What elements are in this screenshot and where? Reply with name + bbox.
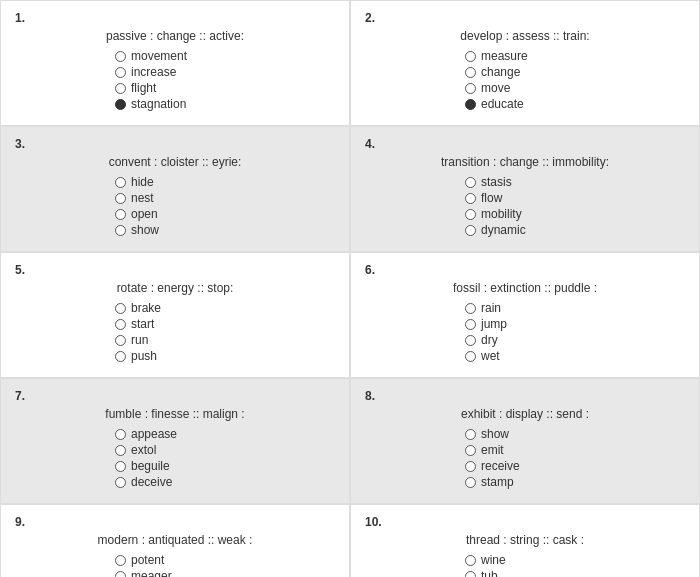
question-cell-7: 7.fumble : finesse :: malign :appeaseext… xyxy=(0,378,350,504)
option-label: nest xyxy=(131,191,154,205)
option-1-4[interactable]: stagnation xyxy=(115,97,235,111)
radio-circle xyxy=(115,571,126,578)
option-label: appease xyxy=(131,427,177,441)
question-cell-9: 9.modern : antiquated :: weak :potentmea… xyxy=(0,504,350,577)
radio-circle xyxy=(465,225,476,236)
question-number-10: 10. xyxy=(365,515,382,529)
question-number-1: 1. xyxy=(15,11,25,25)
question-number-3: 3. xyxy=(15,137,25,151)
option-6-2[interactable]: jump xyxy=(465,317,585,331)
option-4-4[interactable]: dynamic xyxy=(465,223,585,237)
options-4: stasisflowmobilitydynamic xyxy=(465,175,585,237)
radio-circle xyxy=(465,571,476,578)
option-1-2[interactable]: increase xyxy=(115,65,235,79)
option-10-1[interactable]: wine xyxy=(465,553,585,567)
option-label: flight xyxy=(131,81,156,95)
options-9: potentmeagerbondlanguid xyxy=(115,553,235,577)
options-7: appeaseextolbeguiledeceive xyxy=(115,427,235,489)
option-5-1[interactable]: brake xyxy=(115,301,235,315)
option-label: push xyxy=(131,349,157,363)
option-2-4[interactable]: educate xyxy=(465,97,585,111)
option-label: show xyxy=(131,223,159,237)
radio-circle xyxy=(115,335,126,346)
option-3-3[interactable]: open xyxy=(115,207,235,221)
radio-circle xyxy=(465,461,476,472)
option-6-3[interactable]: dry xyxy=(465,333,585,347)
question-number-4: 4. xyxy=(365,137,375,151)
radio-circle xyxy=(115,225,126,236)
option-label: wet xyxy=(481,349,500,363)
option-7-3[interactable]: beguile xyxy=(115,459,235,473)
option-label: dry xyxy=(481,333,498,347)
radio-circle xyxy=(115,193,126,204)
option-8-2[interactable]: emit xyxy=(465,443,585,457)
option-label: measure xyxy=(481,49,528,63)
option-9-2[interactable]: meager xyxy=(115,569,235,577)
option-5-2[interactable]: start xyxy=(115,317,235,331)
option-7-4[interactable]: deceive xyxy=(115,475,235,489)
radio-circle xyxy=(115,555,126,566)
question-cell-6: 6.fossil : extinction :: puddle :rainjum… xyxy=(350,252,700,378)
option-9-1[interactable]: potent xyxy=(115,553,235,567)
option-label: run xyxy=(131,333,148,347)
option-2-2[interactable]: change xyxy=(465,65,585,79)
option-10-2[interactable]: tub xyxy=(465,569,585,577)
option-5-3[interactable]: run xyxy=(115,333,235,347)
option-label: movement xyxy=(131,49,187,63)
options-2: measurechangemoveeducate xyxy=(465,49,585,111)
option-6-1[interactable]: rain xyxy=(465,301,585,315)
option-3-1[interactable]: hide xyxy=(115,175,235,189)
option-2-1[interactable]: measure xyxy=(465,49,585,63)
option-label: change xyxy=(481,65,520,79)
option-label: meager xyxy=(131,569,172,577)
option-label: start xyxy=(131,317,154,331)
question-number-5: 5. xyxy=(15,263,25,277)
option-label: stagnation xyxy=(131,97,186,111)
question-text-1: passive : change :: active: xyxy=(106,29,244,43)
radio-circle xyxy=(115,429,126,440)
radio-circle xyxy=(115,461,126,472)
question-text-5: rotate : energy :: stop: xyxy=(117,281,234,295)
option-4-1[interactable]: stasis xyxy=(465,175,585,189)
option-label: show xyxy=(481,427,509,441)
question-text-4: transition : change :: immobility: xyxy=(441,155,609,169)
option-5-4[interactable]: push xyxy=(115,349,235,363)
option-8-4[interactable]: stamp xyxy=(465,475,585,489)
option-8-3[interactable]: receive xyxy=(465,459,585,473)
question-text-2: develop : assess :: train: xyxy=(460,29,589,43)
option-label: flow xyxy=(481,191,502,205)
question-number-6: 6. xyxy=(365,263,375,277)
option-4-3[interactable]: mobility xyxy=(465,207,585,221)
option-1-1[interactable]: movement xyxy=(115,49,235,63)
radio-circle xyxy=(465,83,476,94)
options-6: rainjumpdrywet xyxy=(465,301,585,363)
options-10: winetubbarrelparty xyxy=(465,553,585,577)
option-label: open xyxy=(131,207,158,221)
option-label: dynamic xyxy=(481,223,526,237)
radio-circle xyxy=(465,335,476,346)
question-number-9: 9. xyxy=(15,515,25,529)
radio-circle xyxy=(465,209,476,220)
option-2-3[interactable]: move xyxy=(465,81,585,95)
option-label: wine xyxy=(481,553,506,567)
question-number-7: 7. xyxy=(15,389,25,403)
radio-circle xyxy=(465,445,476,456)
question-cell-2: 2.develop : assess :: train:measurechang… xyxy=(350,0,700,126)
option-label: rain xyxy=(481,301,501,315)
option-3-4[interactable]: show xyxy=(115,223,235,237)
option-7-1[interactable]: appease xyxy=(115,427,235,441)
option-1-3[interactable]: flight xyxy=(115,81,235,95)
option-4-2[interactable]: flow xyxy=(465,191,585,205)
question-cell-8: 8.exhibit : display :: send :showemitrec… xyxy=(350,378,700,504)
options-5: brakestartrunpush xyxy=(115,301,235,363)
option-label: tub xyxy=(481,569,498,577)
option-7-2[interactable]: extol xyxy=(115,443,235,457)
radio-circle xyxy=(465,555,476,566)
option-6-4[interactable]: wet xyxy=(465,349,585,363)
option-label: potent xyxy=(131,553,164,567)
radio-circle xyxy=(465,477,476,488)
option-3-2[interactable]: nest xyxy=(115,191,235,205)
radio-circle xyxy=(115,67,126,78)
option-label: emit xyxy=(481,443,504,457)
option-8-1[interactable]: show xyxy=(465,427,585,441)
